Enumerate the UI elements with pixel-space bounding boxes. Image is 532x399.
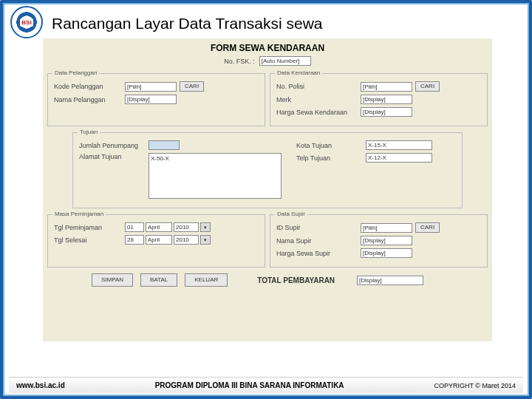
footer-program: PROGRAM DIPLOMA III BINA SARANA INFORMAT… (155, 381, 344, 389)
form-title: FORM SEWA KENDARAAN (43, 38, 492, 55)
total-value: [Display] (357, 276, 423, 285)
kode-pelanggan-label: Kode Pelanggan (54, 83, 122, 90)
telp-tujuan-label: Telp Tujuan (296, 154, 363, 162)
supir-title: Data Supir (275, 211, 307, 217)
simpan-button[interactable]: SIMPAN (92, 273, 133, 287)
tgl-selesai-year[interactable]: 2010 (174, 235, 199, 245)
cari-pelanggan-button[interactable]: CARI (180, 81, 204, 92)
no-fsk-input[interactable]: [Auto Number] (259, 56, 311, 66)
tgl-selesai-day[interactable]: 28 (125, 235, 144, 245)
keluar-button[interactable]: KELUAR (185, 273, 228, 287)
nopol-input[interactable]: [Pilih] (361, 82, 412, 92)
masa-title: Masa Peminjaman (52, 211, 106, 217)
cari-kendaraan-button[interactable]: CARI (415, 81, 440, 92)
tgl-pinjam-month[interactable]: April (146, 222, 172, 232)
id-supir-label: ID Supir (276, 224, 358, 231)
nopol-label: No. Polisi (276, 83, 358, 90)
chevron-down-icon[interactable]: ▾ (200, 235, 211, 245)
jml-penumpang-input[interactable] (149, 140, 180, 150)
cari-supir-button[interactable]: CARI (415, 222, 440, 233)
chevron-down-icon[interactable]: ▾ (200, 222, 211, 232)
batal-button[interactable]: BATAL (140, 273, 177, 287)
merk-label: Merk (276, 96, 358, 103)
alamat-tujuan-textarea[interactable]: X-50-X (149, 153, 282, 199)
jml-penumpang-label: Jumlah Penumpang (79, 142, 146, 149)
tgl-pinjam-year[interactable]: 2010 (174, 222, 199, 232)
nama-supir-label: Nama Supir (276, 237, 358, 245)
footer-copyright: COPYRIGHT © Maret 2014 (434, 382, 516, 389)
page-title: Rancangan Layar Data Transaksi sewa (52, 15, 323, 33)
pelanggan-title: Data Pelanggan (52, 69, 99, 76)
masa-group: Masa Peminjaman Tgl Peminjaman 01 April … (47, 214, 265, 267)
pelanggan-group: Data Pelanggan Kode Pelanggan [Pilih] CA… (47, 73, 265, 126)
harga-kendaraan-input[interactable]: [Display] (361, 107, 412, 117)
tgl-selesai-month[interactable]: April (146, 235, 172, 245)
total-label: TOTAL PEMBAYARAN (257, 276, 335, 284)
harga-supir-label: Harga Sewa Supir (276, 250, 358, 257)
tujuan-title: Tujuan (78, 129, 100, 135)
nama-supir-input[interactable]: [Display] (361, 236, 412, 245)
kendaraan-group: Data Kendaraan No. Polisi [Pilih] CARI M… (270, 73, 488, 126)
harga-kendaraan-label: Harga Sewa Kendaraan (276, 109, 358, 116)
supir-group: Data Supir ID Supir [Pilih] CARI Nama Su… (270, 214, 488, 267)
tgl-pinjam-label: Tgl Peminjaman (54, 224, 122, 231)
kota-tujuan-label: Kota Tujuan (296, 142, 363, 149)
nama-pelanggan-input[interactable]: [Display] (125, 95, 177, 104)
merk-input[interactable]: [Display] (361, 95, 412, 104)
bsi-logo: BSI (10, 6, 43, 38)
tujuan-group: Tujuan Jumlah Penumpang Alamat Tujuan X-… (72, 132, 463, 208)
kota-tujuan-input[interactable]: X-15-X (366, 140, 432, 150)
alamat-tujuan-label: Alamat Tujuan (79, 153, 146, 160)
no-fsk-row: No. FSK. : [Auto Number] (43, 56, 492, 66)
no-fsk-label: No. FSK. : (224, 58, 255, 65)
nama-pelanggan-label: Nama Pelanggan (54, 96, 122, 103)
form-container: FORM SEWA KENDARAAN No. FSK. : [Auto Num… (43, 38, 492, 341)
footer-url: www.bsi.ac.id (16, 381, 65, 389)
kode-pelanggan-input[interactable]: [Pilih] (125, 82, 177, 92)
footer-bar: www.bsi.ac.id PROGRAM DIPLOMA III BINA S… (9, 377, 523, 393)
tgl-pinjam-day[interactable]: 01 (125, 222, 144, 232)
tgl-selesai-label: Tgl Selesai (54, 236, 122, 244)
kendaraan-title: Data Kendaraan (275, 69, 322, 76)
id-supir-input[interactable]: [Pilih] (361, 223, 412, 233)
harga-supir-input[interactable]: [Display] (361, 248, 412, 258)
telp-tujuan-input[interactable]: X-12-X (366, 153, 432, 163)
tgl-pinjam-picker[interactable]: 01 April 2010 ▾ (125, 222, 211, 232)
tgl-selesai-picker[interactable]: 28 April 2010 ▾ (125, 235, 211, 245)
